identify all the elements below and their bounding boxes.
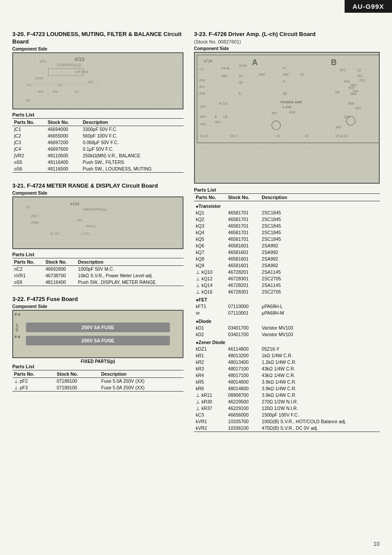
parts-list-label-323: Parts List (194, 187, 380, 192)
svg-text:Q12: Q12 (355, 106, 361, 110)
svg-text:S5: S5 (75, 90, 79, 93)
svg-text:JW3: JW3 (259, 73, 265, 76)
parts-table-320: Parts No. Stock No. Description jC146694… (12, 118, 183, 173)
svg-text:R38: R38 (289, 111, 295, 114)
col-parts-no-323: Parts No. (194, 193, 227, 201)
svg-text:JP2: JP2 (40, 59, 47, 64)
svg-text:13: 13 (276, 134, 280, 138)
svg-text:R11: R11 (357, 74, 363, 77)
svg-text:JP4: JP4 (53, 90, 58, 93)
table-row: jC246655000560pF 100V F.C. (12, 133, 183, 139)
svg-text:VR2: VR2 (200, 123, 206, 126)
table-row: nVR14673870010kΩ S.V.R., Power Meter Lev… (12, 272, 183, 279)
diagram-3-20: JP2 4723 CONTROL(J) 10F4634 JR5R JP1 JP4… (12, 52, 183, 109)
section-3-21-title: 3-21. F-4724 METER RANGE & DISPLAY Circu… (12, 182, 183, 190)
svg-text:R18: R18 (199, 92, 205, 95)
component-side-label-323: Component Side (194, 46, 380, 51)
svg-text:Q6: Q6 (283, 92, 287, 95)
parts-table-322: Parts No. Stock No. Description ⊥ pF2071… (12, 370, 183, 392)
table-row: kQ9465816012SA992 (194, 262, 380, 268)
svg-text:R39: R39 (349, 102, 354, 105)
col-description-323: Description (260, 193, 380, 201)
diagram-3-22: 250V 5A FUSE 250V 5A FUSE F-1 F-2 4725 (12, 310, 183, 358)
svg-text:JW4: JW4 (221, 74, 227, 77)
table-row: or07110001μPA68H-M (194, 310, 380, 316)
component-side-label-322: Component Side (12, 304, 183, 309)
svg-text:JW38: JW38 (31, 221, 39, 224)
table-row: oS648116500Push SW., LOUDNESS, MUTING (12, 166, 183, 173)
svg-text:DC2: DC2 (200, 115, 206, 118)
svg-text:CONTROL(J): CONTROL(J) (57, 63, 81, 67)
table-row: kQ5465817012SC1845 (194, 236, 380, 242)
fuse-bar-2: 250V 5A FUSE (26, 336, 170, 345)
col-parts-no-322: Parts No. (12, 370, 55, 377)
svg-text:A: A (252, 58, 258, 67)
svg-text:19: 19 (305, 134, 308, 138)
left-column: 3-20. F-4723 LOUDNESS, MUTING, FILTER & … (12, 31, 183, 442)
svg-text:C3: C3 (199, 68, 203, 71)
col-parts-no-321: Parts No. (12, 258, 43, 265)
col-stock-no-322: Stock No. (55, 370, 99, 377)
svg-text:B: B (331, 58, 337, 67)
svg-text:L-CH: L-CH (81, 232, 90, 236)
svg-text:INDICATOR(p): INDICATOR(p) (83, 207, 107, 211)
svg-text:R-CH: R-CH (50, 232, 59, 236)
section-3-22-title: 3-22. F-4725 Fuse Board (12, 296, 183, 303)
svg-text:4723: 4723 (75, 57, 85, 62)
table-row: ⊥ kQ16467283012SC2705 (194, 288, 380, 295)
svg-text:Q8: Q8 (335, 91, 339, 94)
col-description-321: Description (76, 258, 183, 265)
svg-text:JW37: JW37 (31, 214, 39, 218)
parts-table-321: Parts No. Stock No. Description nC246692… (12, 258, 183, 286)
section-3-20-title: 3-20. F-4723 LOUDNESS, MUTING, FILTER & … (12, 31, 183, 46)
col-description: Description (81, 118, 183, 126)
svg-text:4724: 4724 (70, 202, 79, 206)
component-side-label-320: Component Side (12, 47, 183, 51)
table-row: ⊥ kQ12467283012SC2705 (194, 275, 380, 282)
group-header-row: ●Transistor (194, 201, 380, 209)
parts-table-323: Parts No. Stock No. Description ●Transis… (194, 193, 380, 432)
table-row: kQ6465816012SA992 (194, 242, 380, 249)
table-row: kDZ14611480005Z16-Y (194, 346, 380, 352)
table-row: jC1466940003300pF 50V F.C. (12, 126, 183, 133)
svg-text:JW2: JW2 (283, 73, 289, 76)
table-row: kVR210336100470Ω(B) S.V.R., DC 0V adj. (194, 425, 380, 432)
svg-text:JW1: JW1 (335, 126, 342, 129)
table-row: ⊥ pF207189100Fuse 5.0A 250V (XX) (12, 377, 183, 385)
table-row: ⊥ kQ10467282012SA1145 (194, 268, 380, 275)
table-row: ⊥ kQ14467282012SA1145 (194, 282, 380, 288)
svg-text:JP3: JP3 (88, 80, 93, 83)
table-row: kQ8465816012SA992 (194, 255, 380, 262)
section-3-20: 3-20. F-4723 LOUDNESS, MUTING, FILTER & … (12, 31, 183, 173)
table-row: kQ2465817012SC1845 (194, 216, 380, 222)
table-row: kVR110335700100Ω(B) S.V.R., HOT/COLD Bal… (194, 418, 380, 425)
svg-text:R17: R17 (199, 85, 205, 88)
svg-text:VR2: VR2 (37, 90, 43, 93)
section-3-23-title: 3-23. F-4726 Driver Amp. (L-ch) Circuit … (194, 31, 380, 38)
svg-text:JW1(1): JW1(1) (86, 225, 96, 228)
svg-text:16 18  20: 16 18 20 (335, 134, 347, 138)
table-row: kQ3465817012SC1845 (194, 222, 380, 229)
table-row: ⊥ kR11089087003.9kΩ 1/4W C.R. (194, 392, 380, 399)
section-3-23-stock: (Stock No. 00827601) (194, 39, 380, 44)
svg-text:Q14: Q14 (200, 105, 206, 109)
table-row: oS948116400Push SW., DISPLAY, METER RANG… (12, 279, 183, 286)
svg-text:L-CH: L-CH (283, 105, 291, 109)
svg-text:VR1: VR1 (77, 219, 83, 222)
table-row: kR1480132001kΩ 1/4W C.R. (194, 352, 380, 359)
table-row: kQ4465817012SC1845 (194, 229, 380, 236)
section-3-23: 3-23. F-4726 Driver Amp. (L-ch) Circuit … (194, 31, 380, 432)
svg-text:S9: S9 (26, 206, 30, 209)
col-stock-no-323: Stock No. (227, 193, 260, 201)
table-row: ⊥ kR3046229500270Ω 1/2W N.I.R. (194, 399, 380, 405)
table-row: jC3466972000.068μF 50V F.C. (12, 139, 183, 146)
svg-text:10F4634: 10F4634 (75, 70, 89, 74)
table-row: kC3466560001500pF 100V F.C. (194, 412, 380, 418)
svg-text:B: B (239, 92, 241, 95)
col-description-322: Description (100, 370, 184, 377)
parts-list-label-320: Parts List (12, 112, 183, 117)
table-row: nC2466928001000pF 50V M.C. (12, 265, 183, 272)
table-row: ⊥ pF307189100Fuse 5.0A 250V (XX) (12, 385, 183, 392)
parts-list-label-321: Parts List (12, 252, 183, 257)
svg-text:C4 40: C4 40 (221, 67, 230, 70)
